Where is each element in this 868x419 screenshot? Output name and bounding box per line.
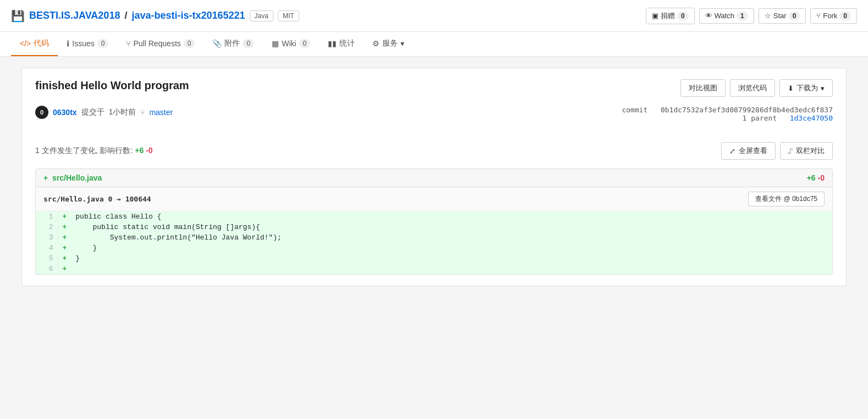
watch-count: 1 xyxy=(737,12,748,20)
branch-link[interactable]: master xyxy=(149,108,173,117)
wiki-badge: 0 xyxy=(299,39,311,48)
fullscreen-icon: ⤢ xyxy=(729,147,735,155)
parent-label: 1 parent xyxy=(743,114,777,122)
author-link[interactable]: 0630tx xyxy=(53,108,77,117)
repo-owner-link[interactable]: BESTI.IS.JAVA2018 xyxy=(29,10,120,21)
tab-issues[interactable]: ℹ Issues 0 xyxy=(58,32,117,56)
file-subheader: src/Hello.java 0 → 100644 查看文件 @ 0b1dc75 xyxy=(36,187,832,211)
watch-button[interactable]: 👁 Watch 1 xyxy=(699,8,754,24)
line-code: public class Hello { xyxy=(71,211,832,222)
line-code: public static void main(String []args){ xyxy=(71,222,832,232)
download-icon: ⬇ xyxy=(788,84,794,92)
services-dropdown-icon: ▾ xyxy=(400,39,404,48)
diff-line: 5 + } xyxy=(36,253,832,264)
repo-name-link[interactable]: java-besti-is-tx20165221 xyxy=(131,10,245,21)
mit-badge: MIT xyxy=(278,10,299,21)
file-diff-stats: +6 -0 xyxy=(807,173,825,182)
file-diff-header: + src/Hello.java +6 -0 xyxy=(36,169,832,187)
tab-services-label: 服务 xyxy=(382,39,398,48)
line-sign: + xyxy=(58,232,71,243)
stats-description: 1 文件发生了变化, 影响行数: xyxy=(35,146,133,155)
split-icon: ⑀ xyxy=(788,147,793,155)
donate-icon: ▣ xyxy=(652,12,658,20)
donate-button[interactable]: ▣ 捐赠 0 xyxy=(646,8,695,24)
fork-label: Fork xyxy=(823,12,837,20)
tab-stats-label: 统计 xyxy=(339,39,355,48)
issues-badge: 0 xyxy=(97,39,109,48)
file-diff: + src/Hello.java +6 -0 src/Hello.java 0 … xyxy=(35,168,833,275)
parent-hash-link[interactable]: 1d3ce47050 xyxy=(790,114,833,122)
fullscreen-button[interactable]: ⤢ 全屏查看 xyxy=(721,142,776,160)
tab-wiki[interactable]: ▦ Wiki 0 xyxy=(263,32,319,56)
watch-label: Watch xyxy=(715,12,734,20)
file-del-stat: -0 xyxy=(818,173,825,182)
stats-icon: ▮▮ xyxy=(328,39,337,48)
attachments-badge: 0 xyxy=(243,39,254,48)
star-count: 0 xyxy=(789,12,800,20)
diff-line: 3 + System.out.println("Hello Java World… xyxy=(36,232,832,243)
commit-actions: 对比视图 浏览代码 ⬇ 下载为 ▾ xyxy=(680,79,833,97)
tab-pulls[interactable]: ⑂ Pull Requests 0 xyxy=(117,32,204,56)
pulls-icon: ⑂ xyxy=(126,39,130,48)
diff-line: 6 + xyxy=(36,264,832,274)
main-content: finished Hello World program 对比视图 浏览代码 ⬇… xyxy=(10,68,858,286)
line-code: } xyxy=(71,243,832,253)
commit-message: finished Hello World program xyxy=(35,79,189,92)
split-label: 双栏对比 xyxy=(796,146,825,156)
fork-count: 0 xyxy=(839,12,851,20)
tab-attachments[interactable]: 📎 附件 0 xyxy=(204,32,263,56)
diff-line: 2 + public static void main(String []arg… xyxy=(36,222,832,232)
tab-wiki-label: Wiki xyxy=(282,39,296,48)
star-button[interactable]: ☆ Star 0 xyxy=(759,8,806,24)
pulls-badge: 0 xyxy=(184,39,195,48)
fork-icon: ⑂ xyxy=(816,12,821,20)
star-icon: ☆ xyxy=(765,12,771,20)
donate-label: 捐赠 xyxy=(661,11,675,21)
line-number: 1 xyxy=(36,211,58,222)
file-path[interactable]: src/Hello.java xyxy=(52,173,102,182)
separator: / xyxy=(124,10,127,21)
line-sign: + xyxy=(58,264,71,274)
stats-text: 1 文件发生了变化, 影响行数: +6 -0 xyxy=(35,146,153,156)
file-subheader-text: src/Hello.java 0 → 100644 xyxy=(43,195,151,203)
line-sign: + xyxy=(58,222,71,232)
donate-count: 0 xyxy=(677,12,689,20)
tab-stats[interactable]: ▮▮ 统计 xyxy=(319,32,364,56)
top-header: 💾 BESTI.IS.JAVA2018 / java-besti-is-tx20… xyxy=(0,0,868,32)
file-added-icon: + xyxy=(43,173,48,182)
tab-attachments-label: 附件 xyxy=(224,39,240,48)
line-code xyxy=(71,264,832,274)
view-file-button[interactable]: 查看文件 @ 0b1dc75 xyxy=(748,192,825,206)
stats-row: 1 文件发生了变化, 影响行数: +6 -0 ⤢ 全屏查看 ⑀ 双栏对比 xyxy=(35,142,833,160)
nav-tabs: </> 代码 ℹ Issues 0 ⑂ Pull Requests 0 📎 附件… xyxy=(0,32,868,57)
download-label: 下载为 xyxy=(796,83,818,93)
stats-add: +6 xyxy=(135,146,144,155)
view-actions: ⤢ 全屏查看 ⑀ 双栏对比 xyxy=(721,142,833,160)
commit-meta: 0 0630tx 提交于 1小时前 ⑂ master xyxy=(35,106,173,119)
tab-services[interactable]: ⚙ 服务 ▾ xyxy=(364,32,413,56)
file-path-container: + src/Hello.java xyxy=(43,173,102,182)
line-number: 5 xyxy=(36,253,58,264)
stats-del: -0 xyxy=(146,146,152,155)
tab-pulls-label: Pull Requests xyxy=(133,39,180,48)
meta-text1: 提交于 xyxy=(81,107,105,117)
author-avatar: 0 xyxy=(35,106,48,119)
fork-button[interactable]: ⑂ Fork 0 xyxy=(810,8,857,24)
line-sign: + xyxy=(58,211,71,222)
download-arrow-icon: ▾ xyxy=(821,84,825,92)
commit-box: finished Hello World program 对比视图 浏览代码 ⬇… xyxy=(21,68,847,286)
tab-code-label: 代码 xyxy=(34,39,49,48)
java-badge: Java xyxy=(250,10,273,21)
download-button[interactable]: ⬇ 下载为 ▾ xyxy=(779,79,833,97)
diff-table: 1 + public class Hello { 2 + public stat… xyxy=(36,211,832,274)
line-code: } xyxy=(71,253,832,264)
line-number: 3 xyxy=(36,232,58,243)
branch-icon: ⑂ xyxy=(140,108,145,117)
split-button[interactable]: ⑀ 双栏对比 xyxy=(780,142,833,160)
compare-button[interactable]: 对比视图 xyxy=(680,79,726,97)
browse-button[interactable]: 浏览代码 xyxy=(730,79,775,97)
file-add-stat: +6 xyxy=(807,173,816,182)
line-number: 6 xyxy=(36,264,58,274)
diff-line: 1 + public class Hello { xyxy=(36,211,832,222)
tab-code[interactable]: </> 代码 xyxy=(11,32,58,56)
